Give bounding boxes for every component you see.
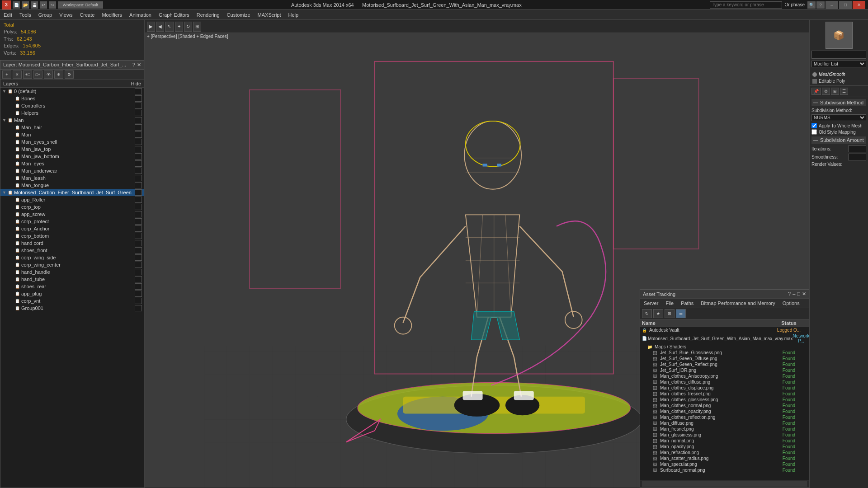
layer-item[interactable]: 📋 Controllers (0, 102, 144, 109)
asset-list-item[interactable]: 🖼 Surfboard_normal.png Found (640, 467, 809, 473)
asset-menu-paths[interactable]: Paths (677, 300, 697, 307)
layer-item[interactable]: 📋 hand_handle (0, 268, 144, 276)
layer-visibility-checkbox[interactable] (135, 175, 142, 181)
asset-list-item[interactable]: 🖼 Man_clothes_fresnel.png Found (640, 391, 809, 397)
asset-list-item[interactable]: 🖼 Man_clothes_diffuse.png Found (640, 379, 809, 385)
asset-list-item[interactable]: 🖼 Man_clothes_Anisotropy.png Found (640, 373, 809, 379)
layer-visibility-checkbox[interactable] (135, 283, 142, 290)
asset-highlight-btn[interactable]: ★ (653, 309, 663, 318)
layer-visibility-checkbox[interactable] (135, 88, 142, 94)
asset-list-item[interactable]: 🖼 Man_diffuse.png Found (640, 420, 809, 426)
layer-item[interactable]: 📋 app_plug (0, 290, 144, 297)
asset-menu-server[interactable]: Server (640, 300, 662, 307)
layer-item[interactable]: 📋 app_Roller (0, 196, 144, 203)
redo-btn[interactable]: ↪ (49, 1, 56, 9)
subdivision-method-header[interactable]: — Subdivision Method (811, 99, 866, 106)
menu-modifiers[interactable]: Modifiers (98, 10, 126, 20)
old-style-checkbox[interactable] (811, 129, 817, 135)
asset-list-item[interactable]: 🖼 Man_clothes_displace.png Found (640, 385, 809, 391)
asset-list-item[interactable]: 🖼 Jet_Surf_Blue_Glossiness.png Found (640, 350, 809, 356)
list-btn[interactable]: ☰ (840, 88, 848, 95)
layer-sel-from-btn[interactable]: □+ (33, 70, 42, 79)
layer-item[interactable]: 📋 Man_jaw_bottom (0, 153, 144, 160)
layer-visibility-checkbox[interactable] (135, 197, 142, 203)
viewport-move-btn[interactable]: ✦ (175, 22, 183, 32)
asset-help-icon[interactable]: ? (788, 291, 791, 297)
layer-item[interactable]: 📋 Helpers (0, 109, 144, 117)
asset-list-item[interactable]: 🖼 Man_clothes_glossiness.png Found (640, 397, 809, 403)
undo-btn[interactable]: ↩ (40, 1, 47, 9)
asset-list-item[interactable]: 🖼 Man_scatter_radius.png Found (640, 455, 809, 461)
layer-visibility-checkbox[interactable] (135, 204, 142, 210)
layer-item[interactable]: 📋 corp_top (0, 203, 144, 211)
layer-visibility-checkbox[interactable] (135, 262, 142, 268)
menu-customize[interactable]: Customize (223, 10, 254, 20)
layer-visibility-checkbox[interactable] (135, 95, 142, 102)
layer-add-sel-btn[interactable]: +□ (23, 70, 32, 79)
layer-item[interactable]: 📋 shoes_rear (0, 283, 144, 290)
asset-list-item[interactable]: 🖼 Man_fresnel.png Found (640, 426, 809, 432)
asset-list-item[interactable]: 📁 Maps / Shaders (640, 344, 809, 350)
menu-help[interactable]: Help (285, 10, 302, 20)
search-input[interactable] (710, 1, 782, 9)
method-select[interactable]: NURMS (811, 114, 866, 121)
layer-item[interactable]: 📋 shoes_front (0, 247, 144, 254)
new-btn[interactable]: 📄 (13, 1, 20, 9)
configure-btn[interactable]: ⚙ (822, 88, 830, 95)
layer-visibility-checkbox[interactable] (135, 269, 142, 275)
menu-graph-editors[interactable]: Graph Editors (155, 10, 193, 20)
layer-item[interactable]: 📋 hand_tube (0, 276, 144, 283)
help-icon[interactable]: ? (816, 1, 825, 9)
layer-visibility-checkbox[interactable] (135, 153, 142, 160)
layer-delete-btn[interactable]: ✕ (13, 70, 22, 79)
object-name-field[interactable]: Man (811, 51, 866, 59)
layer-settings-btn[interactable]: ⚙ (65, 70, 74, 79)
layer-visibility-checkbox[interactable] (135, 218, 142, 225)
asset-list-item[interactable]: 🖼 Man_clothes_reflection.png Found (640, 414, 809, 420)
layer-visibility-checkbox[interactable] (135, 291, 142, 297)
search-icon[interactable]: 🔍 (807, 1, 816, 9)
asset-horizontal-scrollbar[interactable] (642, 481, 807, 487)
layer-visibility-checkbox[interactable] (135, 211, 142, 217)
asset-list-item[interactable]: 🖼 Man_clothes_normal.png Found (640, 403, 809, 408)
layer-item[interactable]: 📋 Man_hair (0, 124, 144, 131)
asset-close-icon[interactable]: ✕ (802, 291, 806, 297)
layer-visibility-checkbox[interactable] (135, 233, 142, 239)
asset-menu-bitmap[interactable]: Bitmap Performance and Memory (697, 300, 778, 307)
layer-item[interactable]: 📋 Man_underwear (0, 167, 144, 174)
layer-visibility-checkbox[interactable] (135, 305, 142, 311)
layer-item[interactable]: 📋 app_screw (0, 211, 144, 218)
viewport-select-btn[interactable]: ↖ (165, 22, 174, 32)
layer-visibility-checkbox[interactable] (135, 189, 142, 196)
apply-whole-checkbox[interactable] (811, 123, 817, 128)
minimize-button[interactable]: – (826, 1, 838, 9)
layer-item[interactable]: 📋 Group001 (0, 305, 144, 312)
layer-visibility-checkbox[interactable] (135, 160, 142, 167)
layer-item[interactable]: 📋 Man_eyes (0, 160, 144, 167)
layer-item[interactable]: ▼ 📋 0 (default) (0, 88, 144, 95)
layer-item[interactable]: 📋 corp_vnt (0, 297, 144, 305)
asset-grid-btn[interactable]: ⊞ (665, 309, 675, 318)
open-btn[interactable]: 📂 (22, 1, 29, 9)
layer-item[interactable]: 📋 corp_protect (0, 218, 144, 225)
layer-item[interactable]: ▼ 📋 Motorised_Carbon_Fiber_Surfboard_Jet… (0, 189, 144, 196)
layer-item[interactable]: 📋 corp_Anchor (0, 225, 144, 232)
viewport-rotate-btn[interactable]: ↻ (184, 22, 192, 32)
layer-item[interactable]: 📋 corp_wing_center (0, 261, 144, 268)
layer-item[interactable]: 📋 Man_leash (0, 174, 144, 182)
viewport-scale-btn[interactable]: ⊞ (193, 22, 201, 32)
layer-help-icon[interactable]: ? (132, 62, 135, 68)
layer-visibility-checkbox[interactable] (135, 225, 142, 232)
asset-list-item[interactable]: 🖼 Man_glossiness.png Found (640, 432, 809, 438)
asset-list-item[interactable]: 🖼 Jet_Surf_Green_Diffuse.png Found (640, 356, 809, 361)
layer-item[interactable]: 📋 Man (0, 131, 144, 138)
modifier-list-dropdown[interactable]: Modifier List (811, 61, 866, 67)
smoothness-input[interactable]: 1.0 (848, 154, 866, 160)
asset-refresh-btn[interactable]: ↻ (642, 309, 652, 318)
asset-list-item[interactable]: 🖼 Man_opacity.png Found (640, 444, 809, 450)
layer-item[interactable]: 📋 corp_wing_side (0, 254, 144, 261)
layer-visibility-checkbox[interactable] (135, 117, 142, 123)
menu-rendering[interactable]: Rendering (193, 10, 223, 20)
layer-item[interactable]: 📋 hand cord (0, 239, 144, 247)
modifier-meshsmooth[interactable]: MeshSmooth (811, 71, 867, 78)
